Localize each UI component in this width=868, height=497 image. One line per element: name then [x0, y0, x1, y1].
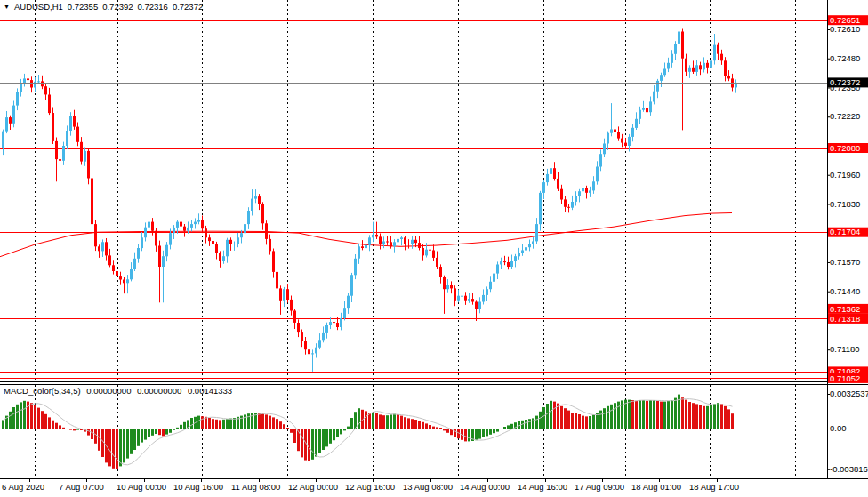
price-tick-label: 0.71180 [830, 344, 860, 354]
time-axis-label: 11 Aug 08:00 [231, 482, 280, 492]
price-tick-label: 0.72480 [830, 53, 860, 63]
chart-title: ▼ AUDUSD,H1 0.72355 0.72392 0.72316 0.72… [4, 2, 203, 12]
panel-borders-layer [0, 0, 868, 479]
time-axis-label: 13 Aug 08:00 [403, 482, 453, 492]
ohlc-low: 0.72316 [138, 2, 168, 12]
price-tick-label: 0.71570 [830, 257, 860, 267]
macd-tick-label: -0.0038167 [830, 464, 868, 474]
time-axis-label: 17 Aug 09:00 [575, 482, 624, 492]
horizontal-lines-layer [0, 21, 827, 379]
time-axis-label: 10 Aug 00:00 [117, 482, 166, 492]
time-axis-label: 12 Aug 00:00 [288, 482, 338, 492]
current-price-badge: 0.72372 [830, 77, 860, 87]
price-tick-label: 0.71440 [830, 286, 860, 296]
chart-canvas[interactable]: 0.726100.724800.723500.722200.719600.718… [0, 0, 868, 497]
ohlc-high: 0.72392 [102, 2, 133, 12]
macd-tick-label: 0.0032537 [830, 389, 868, 398]
hline-price-badge: 0.71318 [830, 314, 860, 324]
ohlc-close: 0.72372 [173, 2, 203, 12]
time-axis-label: 18 Aug 01:00 [631, 482, 681, 492]
macd-tick-label: 0.00 [830, 423, 847, 433]
price-tick-label: 0.72610 [830, 24, 860, 34]
time-axis-label: 12 Aug 16:00 [345, 482, 395, 492]
chart-window: ▼ AUDUSD,H1 0.72355 0.72392 0.72316 0.72… [0, 0, 868, 497]
time-axis-label: 6 Aug 2020 [2, 482, 44, 492]
time-axis-label: 14 Aug 00:00 [460, 482, 510, 492]
ohlc-open: 0.72355 [68, 2, 98, 12]
hline-price-badge: 0.71362 [830, 304, 860, 314]
time-axis-label: 18 Aug 17:00 [689, 482, 739, 492]
time-axis-label: 7 Aug 07:00 [59, 482, 104, 492]
symbol-period-label: AUDUSD,H1 [14, 2, 63, 12]
price-tick-label: 0.72220 [830, 111, 860, 121]
time-axis-label: 10 Aug 16:00 [173, 482, 223, 492]
hline-price-badge: 0.72651 [830, 15, 860, 25]
hline-price-badge: 0.71704 [830, 227, 860, 236]
macd-histogram-layer [2, 395, 734, 469]
axis-labels-layer: 0.726100.724800.723500.722200.719600.718… [2, 24, 868, 492]
hline-price-badge: 0.71052 [830, 373, 860, 383]
price-tick-label: 0.71830 [830, 199, 860, 209]
time-axis-label: 14 Aug 16:00 [518, 482, 567, 492]
price-tick-label: 0.71960 [830, 170, 860, 180]
chevron-down-icon[interactable]: ▼ [4, 3, 10, 11]
hline-price-badge: 0.72080 [830, 143, 860, 153]
